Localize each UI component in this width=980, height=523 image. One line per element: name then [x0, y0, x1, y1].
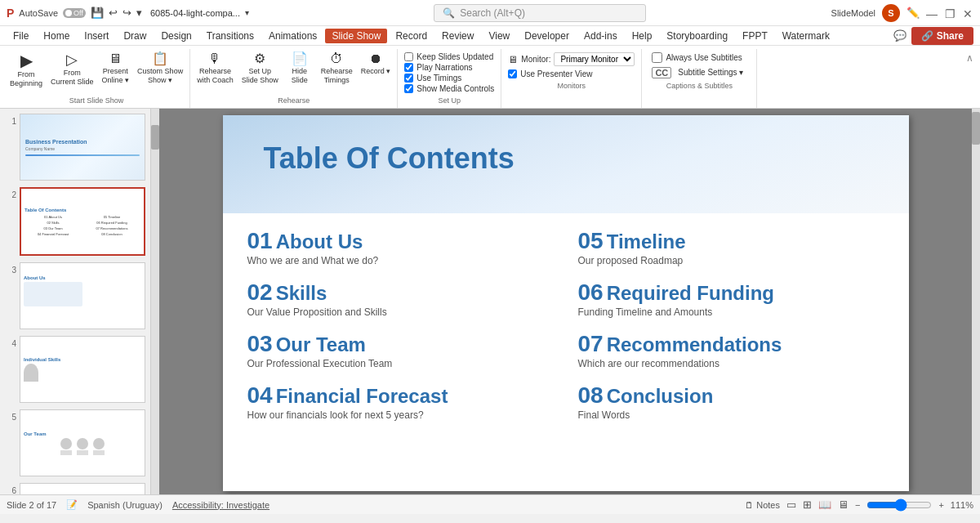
menu-item-slideshow[interactable]: Slide Show: [325, 29, 387, 43]
show-media-controls-checkbox[interactable]: Show Media Controls: [404, 84, 494, 93]
undo-icon[interactable]: ↩: [109, 7, 118, 19]
ribbon-group-rehearse: 🎙 Rehearsewith Coach ⚙ Set UpSlide Show …: [190, 49, 398, 108]
slide-thumb-5[interactable]: 5 Our Team: [3, 408, 147, 478]
from-beginning-icon: ▶: [20, 52, 33, 69]
rehearse-timings-button[interactable]: ⏱ RehearseTimings: [318, 51, 356, 87]
title-bar-left: P AutoSave Off 💾 ↩ ↪ ▾ 6085-04-light-com…: [7, 7, 249, 20]
normal-view-icon[interactable]: ▭: [786, 498, 796, 511]
slide-thumb-6[interactable]: 6 Custom Samples: [3, 481, 147, 494]
search-box[interactable]: 🔍 Search (Alt+Q): [434, 4, 646, 22]
use-presenter-view-checkbox[interactable]: Use Presenter View: [508, 69, 635, 78]
zoom-in-icon[interactable]: +: [938, 500, 943, 510]
slide-thumb-2[interactable]: 2 Table Of Contents 01 About Us05 Timeli…: [3, 186, 147, 257]
slide-thumb-1[interactable]: 1 Business Presentation Company Name: [3, 112, 147, 182]
use-timings-checkbox[interactable]: Use Timings: [404, 74, 494, 83]
left-scrollbar[interactable]: [151, 109, 159, 494]
slide-thumb-4[interactable]: 4 Individual Skills: [3, 334, 147, 405]
setup-label: Set Up: [439, 96, 461, 106]
presenter-view-icon[interactable]: 🖥: [838, 498, 849, 511]
menu-item-watermark[interactable]: Watermark: [776, 29, 836, 43]
menu-item-help[interactable]: Help: [626, 29, 659, 43]
setup-slideshow-button[interactable]: ⚙ Set UpSlide Show: [238, 51, 282, 87]
zoom-slider[interactable]: [866, 500, 932, 510]
slide-image-3: About Us: [20, 262, 145, 329]
slide-info: Slide 2 of 17: [7, 500, 56, 510]
slide-number-1: 1: [5, 117, 16, 126]
file-name: 6085-04-light-compa...: [150, 8, 240, 18]
menu-item-draw[interactable]: Draw: [117, 29, 153, 43]
menu-item-developer[interactable]: Developer: [518, 29, 576, 43]
zoom-level: 111%: [951, 500, 973, 510]
share-button[interactable]: 🔗 Share: [911, 27, 973, 45]
autosave-toggle[interactable]: Off: [63, 8, 86, 18]
toc-subtitle-04: How our financials look for next 5 years…: [247, 409, 554, 421]
subtitle-settings-button[interactable]: Subtitle Settings ▾: [675, 66, 746, 78]
keep-slides-updated-checkbox[interactable]: Keep Slides Updated: [404, 52, 494, 61]
menu-item-view[interactable]: View: [482, 29, 516, 43]
notes-label: Notes: [756, 500, 780, 510]
toc-item-02: 02 Skills Our Value Proposition and Skil…: [247, 281, 554, 318]
slide-number-6: 6: [5, 486, 16, 494]
ribbon-collapse-icon[interactable]: ∧: [963, 49, 977, 108]
record-button[interactable]: ⏺ Record ▾: [358, 51, 394, 78]
toc-title-07: Recommendations: [607, 333, 782, 356]
from-beginning-button[interactable]: ▶ FromBeginning: [7, 51, 46, 90]
menu-item-animations[interactable]: Animations: [262, 29, 323, 43]
menu-item-design[interactable]: Design: [154, 29, 198, 43]
toc-item-05: 05 Timeline Our proposed Roadmap: [578, 230, 884, 266]
toc-number-06: 06: [578, 281, 604, 304]
ribbon: ▶ FromBeginning ▷ FromCurrent Slide 🖥 Pr…: [0, 46, 980, 109]
slide-image-5: Our Team: [20, 409, 145, 476]
share-options-icon[interactable]: ✏️: [906, 7, 920, 19]
menu-item-record[interactable]: Record: [389, 29, 434, 43]
slide-thumb-3[interactable]: 3 About Us: [3, 261, 147, 331]
monitor-select[interactable]: Primary Monitor: [554, 52, 635, 66]
more-tools-icon[interactable]: ▾: [136, 7, 142, 19]
right-scrollthumb: [972, 112, 980, 145]
custom-show-button[interactable]: 📋 Custom ShowShow ▾: [134, 51, 186, 87]
menu-item-fppt[interactable]: FPPT: [736, 29, 774, 43]
menu-item-insert[interactable]: Insert: [78, 29, 115, 43]
from-current-slide-button[interactable]: ▷ FromCurrent Slide: [47, 51, 97, 88]
toc-subtitle-05: Our proposed Roadmap: [578, 255, 884, 266]
reading-view-icon[interactable]: 📖: [818, 498, 831, 511]
menu-bar: File Home Insert Draw Design Transitions…: [0, 26, 980, 46]
menu-item-file[interactable]: File: [7, 29, 35, 43]
save-icon[interactable]: 💾: [91, 7, 104, 19]
toc-number-04: 04: [247, 384, 273, 407]
toc-subtitle-07: Which are our recommendations: [578, 358, 884, 369]
slide-number-3: 3: [5, 266, 16, 275]
rehearse-coach-button[interactable]: 🎙 Rehearsewith Coach: [194, 51, 237, 87]
redo-icon[interactable]: ↪: [122, 7, 131, 19]
slide-image-2: Table Of Contents 01 About Us05 Timeline…: [20, 187, 145, 256]
comments-icon[interactable]: 💬: [890, 28, 910, 43]
toc-item-03: 03 Our Team Our Professional Execution T…: [247, 333, 554, 369]
close-button[interactable]: ✕: [962, 7, 973, 19]
present-online-button[interactable]: 🖥 PresentOnline ▾: [99, 51, 133, 87]
accessibility[interactable]: Accessibility: Investigate: [172, 500, 270, 510]
menu-item-review[interactable]: Review: [435, 29, 480, 43]
notes-button[interactable]: 🗒 Notes: [745, 500, 780, 510]
hide-slide-button[interactable]: 📄 HideSlide: [283, 51, 316, 87]
menu-item-addins[interactable]: Add-ins: [577, 29, 624, 43]
play-narrations-checkbox[interactable]: Play Narrations: [404, 63, 494, 72]
minimize-button[interactable]: —: [926, 7, 938, 19]
restore-button[interactable]: ❐: [944, 7, 956, 19]
menu-item-transitions[interactable]: Transitions: [200, 29, 261, 43]
user-avatar[interactable]: S: [882, 4, 900, 22]
status-bar: Slide 2 of 17 📝 Spanish (Uruguay) Access…: [0, 494, 980, 514]
always-use-subtitles-checkbox[interactable]: Always Use Subtitles: [652, 52, 742, 63]
toc-number-08: 08: [578, 384, 604, 407]
search-icon: 🔍: [443, 7, 455, 19]
app-icon: P: [7, 7, 14, 20]
zoom-out-icon[interactable]: −: [855, 500, 860, 510]
menu-item-home[interactable]: Home: [37, 29, 76, 43]
search-placeholder: Search (Alt+Q): [460, 7, 525, 19]
monitors-label: Monitors: [558, 82, 586, 92]
slide-sorter-icon[interactable]: ⊞: [803, 498, 812, 511]
language: Spanish (Uruguay): [87, 500, 163, 510]
right-scrollbar[interactable]: [972, 109, 980, 494]
menu-item-storyboarding[interactable]: Storyboarding: [660, 29, 734, 43]
ribbon-group-captions: Always Use Subtitles CC Subtitle Setting…: [642, 49, 757, 108]
toc-number-01: 01: [247, 230, 273, 253]
